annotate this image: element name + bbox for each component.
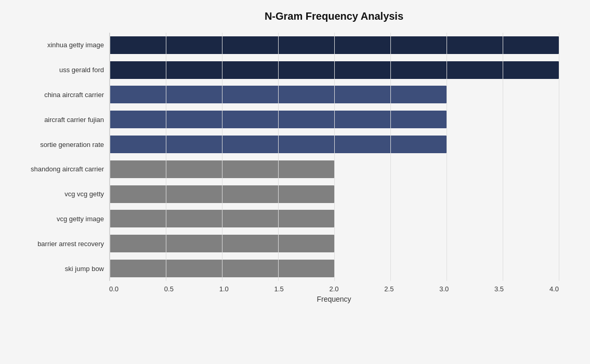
bar-row-7 xyxy=(110,207,559,232)
bar-row-9 xyxy=(110,256,559,281)
bar-row-2 xyxy=(110,83,559,107)
bar-8 xyxy=(110,235,334,252)
bar-row-5 xyxy=(110,157,559,182)
bar-row-0 xyxy=(110,33,559,58)
x-tick-3: 1.5 xyxy=(274,285,284,293)
bars-and-grid xyxy=(109,33,559,281)
y-label-9: ski jump bow xyxy=(5,256,109,281)
bar-2 xyxy=(110,86,447,103)
x-axis-ticks: 0.00.51.01.52.02.53.03.54.0 xyxy=(109,285,559,293)
y-label-7: vcg getty image xyxy=(5,207,109,232)
bar-9 xyxy=(110,260,334,277)
y-label-4: sortie generation rate xyxy=(5,132,109,157)
y-label-6: vcg vcg getty xyxy=(5,182,109,207)
x-axis-label: Frequency xyxy=(5,295,559,303)
x-tick-7: 3.5 xyxy=(494,285,504,293)
y-label-8: barrier arrest recovery xyxy=(5,231,109,256)
x-tick-1: 0.5 xyxy=(164,285,174,293)
bar-row-8 xyxy=(110,231,559,256)
bar-5 xyxy=(110,160,334,178)
bar-0 xyxy=(110,36,559,54)
bar-4 xyxy=(110,136,447,153)
bar-6 xyxy=(110,185,334,203)
x-tick-2: 1.0 xyxy=(219,285,229,293)
bar-1 xyxy=(110,61,559,79)
bars-section: xinhua getty imageuss gerald fordchina a… xyxy=(5,33,559,281)
y-label-5: shandong aircraft carrier xyxy=(5,157,109,182)
bar-row-3 xyxy=(110,107,559,132)
bar-row-4 xyxy=(110,132,559,157)
bar-3 xyxy=(110,111,447,128)
y-labels: xinhua getty imageuss gerald fordchina a… xyxy=(5,33,109,281)
chart-area: xinhua getty imageuss gerald fordchina a… xyxy=(5,33,559,303)
x-tick-4: 2.0 xyxy=(329,285,338,293)
chart-title: N-Gram Frequency Analysis xyxy=(5,10,559,22)
x-tick-6: 3.0 xyxy=(439,285,449,293)
bar-7 xyxy=(110,210,334,227)
y-label-3: aircraft carrier fujian xyxy=(5,107,109,132)
y-label-2: china aircraft carrier xyxy=(5,83,109,107)
x-axis: 0.00.51.01.52.02.53.03.54.0 xyxy=(5,285,559,293)
chart-container: N-Gram Frequency Analysis xinhua getty i… xyxy=(0,0,590,364)
x-tick-0: 0.0 xyxy=(109,285,119,293)
bar-row-6 xyxy=(110,182,559,207)
x-tick-5: 2.5 xyxy=(384,285,394,293)
y-label-0: xinhua getty image xyxy=(5,33,109,58)
y-label-1: uss gerald ford xyxy=(5,58,109,83)
bar-row-1 xyxy=(110,58,559,83)
x-tick-8: 4.0 xyxy=(549,285,559,293)
